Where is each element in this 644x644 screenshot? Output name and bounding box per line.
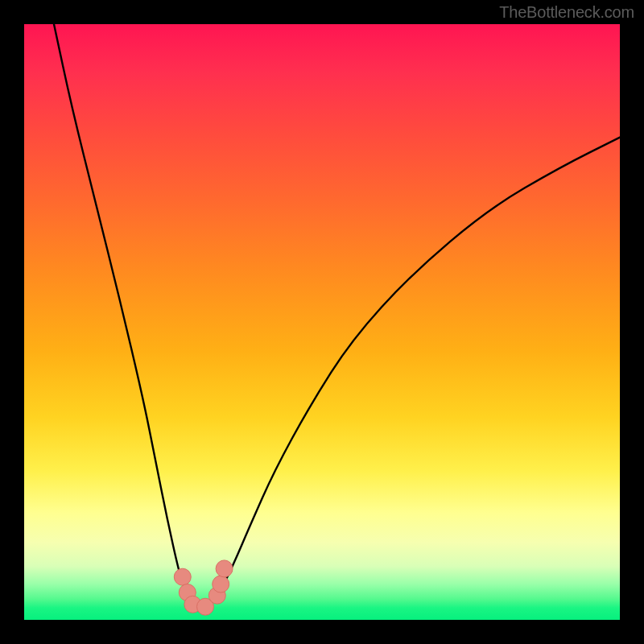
bottleneck-markers (174, 560, 233, 615)
bottleneck-marker (174, 568, 191, 585)
plot-area (24, 24, 620, 620)
chart-frame: TheBottleneck.com (0, 0, 644, 644)
bottleneck-marker (213, 576, 229, 592)
chart-svg (24, 24, 620, 620)
bottleneck-marker (216, 560, 233, 577)
watermark-text: TheBottleneck.com (499, 3, 634, 22)
bottleneck-curve (54, 24, 620, 608)
